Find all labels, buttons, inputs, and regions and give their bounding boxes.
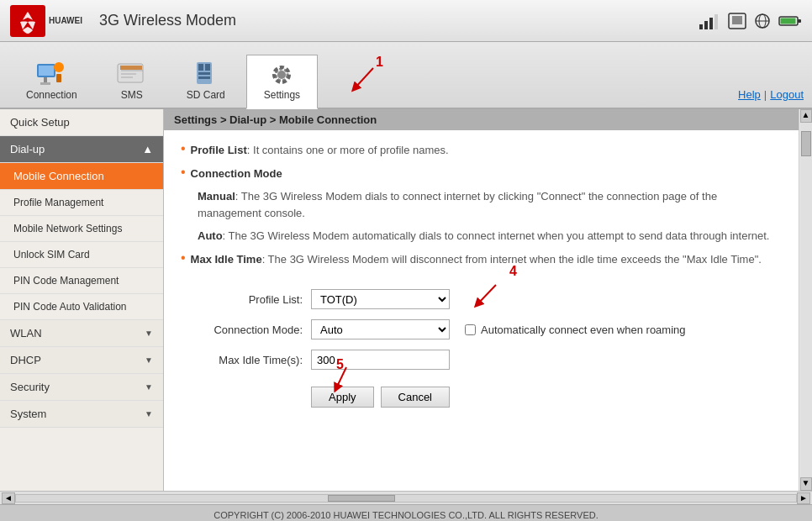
signal-icon <box>699 13 721 29</box>
svg-rect-21 <box>120 66 142 70</box>
main-layout: Quick Setup 2 Dial-up ▲ 3 Mobile Connect… <box>0 109 812 491</box>
nav-tabs: Connection SMS SD Card Settings <box>0 42 812 109</box>
sidebar-item-dhcp[interactable]: DHCP ▼ <box>0 347 163 374</box>
h-scroll-track <box>15 494 797 503</box>
svg-rect-11 <box>798 19 801 23</box>
sidebar-item-wlan[interactable]: WLAN ▼ <box>0 320 163 347</box>
svg-rect-1 <box>699 24 703 29</box>
top-right-icons <box>699 13 802 29</box>
roaming-row: Automatically connect even when roaming <box>465 324 686 336</box>
connection-mode-text: Connection Mode <box>191 166 782 182</box>
scroll-right-btn[interactable]: ► <box>797 492 810 504</box>
sidebar-item-security[interactable]: Security ▼ <box>0 374 163 401</box>
svg-rect-15 <box>44 77 47 82</box>
nav-divider: | <box>764 88 767 101</box>
wlan-arrow: ▼ <box>145 329 153 338</box>
vertical-scrollbar[interactable]: ▲ ▼ <box>799 109 812 491</box>
dialup-label: Dial-up <box>10 143 45 155</box>
content-body: • Profile List: It contains one or more … <box>164 130 799 419</box>
annotation-arrow-4 <box>471 281 513 314</box>
sidebar-item-dialup[interactable]: Dial-up ▲ <box>0 136 163 163</box>
button-row: Apply Cancel 5 <box>311 387 782 408</box>
svg-rect-16 <box>40 82 50 85</box>
annotation-arrow-5 <box>330 363 363 397</box>
sidebar-item-system[interactable]: System ▼ <box>0 401 163 428</box>
logout-link[interactable]: Logout <box>770 88 804 101</box>
svg-point-17 <box>54 62 64 72</box>
max-idle-info: • Max Idle Time: The 3G Wireless Modem w… <box>181 251 782 268</box>
roaming-label: Automatically connect even when roaming <box>481 324 686 336</box>
scroll-track <box>800 123 812 477</box>
annotation-arrow-1: 1 <box>338 56 388 98</box>
sidebar-item-quick-setup[interactable]: Quick Setup <box>0 109 163 136</box>
sidebar-item-mobile-connection[interactable]: Mobile Connection <box>0 163 163 190</box>
sd-card-icon <box>190 61 222 89</box>
wlan-label: WLAN <box>10 327 42 339</box>
sidebar-item-profile-management[interactable]: Profile Management <box>0 190 163 216</box>
scroll-up-btn[interactable]: ▲ <box>800 109 812 123</box>
max-idle-text: Max Idle Time: The 3G Wireless Modem wil… <box>191 251 782 268</box>
connection-mode-row: Connection Mode: Auto Manual Automatical… <box>181 319 782 339</box>
top-bar: HUAWEI 3G Wireless Modem <box>0 0 812 42</box>
security-label: Security <box>10 381 50 393</box>
sidebar: Quick Setup 2 Dial-up ▲ 3 Mobile Connect… <box>0 109 164 491</box>
h-scroll-thumb[interactable] <box>328 495 395 502</box>
phone-icon <box>728 13 746 29</box>
nav-right: Help | Logout <box>738 88 804 108</box>
auto-mode-info: Auto: The 3G Wireless Modem automaticall… <box>198 228 782 245</box>
connection-mode-info: • Connection Mode <box>181 166 782 182</box>
sidebar-item-mobile-network-settings[interactable]: Mobile Network Settings <box>0 216 163 242</box>
tab-connection[interactable]: Connection <box>8 55 95 108</box>
svg-line-33 <box>355 68 373 88</box>
bullet-dot-3: • <box>181 251 186 268</box>
annotation-1-area: 1 <box>338 56 388 101</box>
manual-mode-info: Manual: The 3G Wireless Modem dials to c… <box>198 188 782 221</box>
system-label: System <box>10 408 46 420</box>
svg-rect-2 <box>704 21 708 29</box>
svg-rect-6 <box>732 16 742 24</box>
tab-sms[interactable]: SMS <box>98 55 166 108</box>
connection-mode-select[interactable]: Auto Manual <box>311 319 450 339</box>
svg-rect-12 <box>781 18 796 24</box>
content-area: Settings > Dial-up > Mobile Connection •… <box>164 109 799 491</box>
roaming-checkbox[interactable] <box>465 324 476 335</box>
brand-label: HUAWEI <box>49 16 82 25</box>
annotation-2-container: Quick Setup 2 <box>0 109 163 136</box>
svg-rect-27 <box>198 72 210 75</box>
sidebar-item-unlock-sim-card[interactable]: Unlock SIM Card <box>0 242 163 268</box>
help-link[interactable]: Help <box>738 88 761 101</box>
cancel-button[interactable]: Cancel <box>381 387 450 408</box>
tab-settings[interactable]: Settings <box>246 55 318 109</box>
sms-icon <box>116 61 148 89</box>
bullet-dot-1: • <box>181 142 186 159</box>
connection-mode-control: Auto Manual Automatically connect even w… <box>311 319 686 339</box>
breadcrumb: Settings > Dial-up > Mobile Connection <box>164 109 799 130</box>
battery-icon <box>778 13 802 29</box>
profile-list-select[interactable]: TOT(D) TOT AIS DTAC <box>311 289 450 309</box>
logo-area: HUAWEI <box>10 5 82 37</box>
dhcp-arrow: ▼ <box>145 355 153 365</box>
horizontal-scrollbar[interactable]: ◄ ► <box>0 491 812 504</box>
profile-list-info: • Profile List: It contains one or more … <box>181 142 782 159</box>
sidebar-item-pin-code-auto-validation[interactable]: PIN Code Auto Validation <box>0 294 163 320</box>
dialup-arrow: ▲ <box>142 143 153 155</box>
sidebar-item-pin-code-management[interactable]: PIN Code Management <box>0 268 163 294</box>
bullet-dot-2: • <box>181 166 186 182</box>
svg-rect-25 <box>198 64 203 71</box>
scroll-left-btn[interactable]: ◄ <box>2 492 15 504</box>
svg-rect-18 <box>56 74 61 82</box>
form-area: Profile List: TOT(D) TOT AIS DTAC 4 <box>181 281 782 408</box>
svg-rect-4 <box>714 14 718 29</box>
app-title: 3G Wireless Modem <box>99 12 699 29</box>
max-idle-row: Max Idle Time(s): <box>181 350 782 370</box>
connection-icon <box>35 61 67 89</box>
connection-mode-label: Connection Mode: <box>181 324 311 336</box>
svg-line-35 <box>336 367 346 388</box>
tab-sd-card[interactable]: SD Card <box>169 55 243 108</box>
scroll-down-btn[interactable]: ▼ <box>800 477 812 491</box>
profile-list-text: Profile List: It contains one or more of… <box>191 142 782 159</box>
svg-rect-14 <box>39 66 54 76</box>
svg-point-29 <box>277 71 286 79</box>
scroll-thumb[interactable] <box>801 131 811 156</box>
system-arrow: ▼ <box>145 409 153 418</box>
